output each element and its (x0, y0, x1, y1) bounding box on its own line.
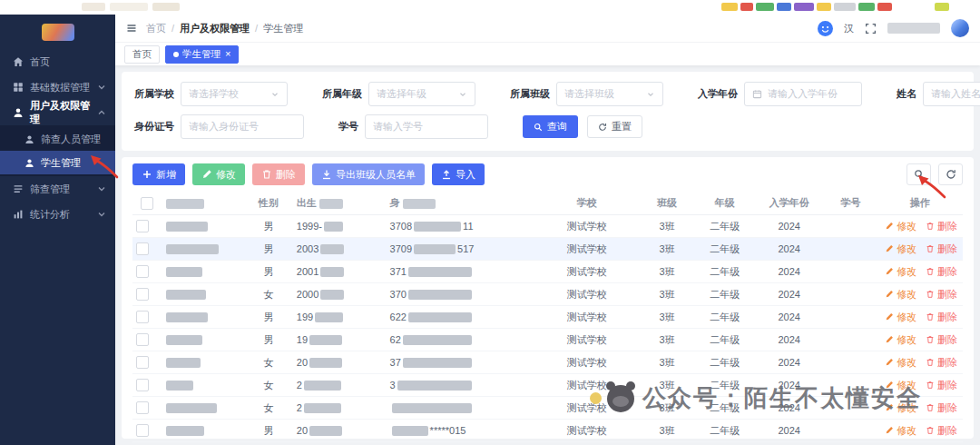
filter-select-所属年级[interactable]: 请选择年级 (368, 82, 475, 106)
edit-link[interactable]: 修改 (885, 401, 916, 415)
delete-link[interactable]: 删除 (926, 311, 957, 324)
row-checkbox[interactable] (136, 288, 149, 301)
sidebar-item-用户及权限管理[interactable]: 用户及权限管理 (0, 100, 115, 125)
header-入学年份: 入学年份 (754, 192, 825, 215)
edit-link[interactable]: 修改 (885, 356, 916, 370)
edit-link[interactable]: 修改 (885, 333, 916, 347)
select-all-checkbox[interactable] (141, 197, 153, 210)
row-checkbox[interactable] (136, 401, 149, 414)
table-row: 男1962测试学校3班二年级2024修改删除 (132, 329, 963, 351)
breadcrumb-item[interactable]: 用户及权限管理 (180, 22, 250, 35)
service-icon[interactable] (818, 21, 833, 36)
filter-select-所属学校[interactable]: 请选择学校 (181, 82, 288, 106)
year-cell: 2024 (754, 329, 825, 351)
avatar[interactable] (951, 19, 969, 37)
id-cell: *****015 (387, 420, 535, 442)
trash-icon (926, 426, 935, 435)
upload-icon (441, 169, 452, 180)
download-icon (321, 169, 332, 180)
birth-redaction (324, 222, 343, 232)
delete-link[interactable]: 删除 (926, 242, 957, 256)
translate-icon[interactable]: 汉 (844, 22, 854, 35)
collapse-sidebar-icon[interactable] (126, 23, 137, 34)
sidebar-item-筛查管理[interactable]: 筛查管理 (0, 176, 115, 202)
edit-icon (885, 335, 894, 344)
edit-link[interactable]: 修改 (885, 242, 916, 256)
row-checkbox[interactable] (136, 333, 149, 346)
sidebar-item-学生管理[interactable]: 学生管理 (0, 151, 115, 174)
toolbar-export-button[interactable]: 导出班级人员名单 (312, 163, 425, 185)
sidebar-item-基础数据管理[interactable]: 基础数据管理 (0, 74, 115, 100)
toolbar-add-button[interactable]: 新增 (132, 163, 185, 185)
delete-link[interactable]: 删除 (926, 288, 957, 302)
table-row: 女2037测试学校3班二年级2024修改删除 (132, 351, 963, 374)
row-checkbox[interactable] (136, 265, 149, 278)
toolbar-button-label: 删除 (276, 168, 296, 182)
year-cell: 2024 (754, 261, 825, 283)
row-checkbox[interactable] (136, 356, 149, 369)
delete-link[interactable]: 删除 (926, 333, 957, 347)
tab-label: 学生管理 (182, 48, 220, 61)
fullscreen-icon[interactable] (865, 23, 877, 35)
grade-cell: 二年级 (696, 215, 754, 238)
sidebar-item-首页[interactable]: 首页 (0, 49, 115, 74)
edit-link[interactable]: 修改 (885, 424, 916, 438)
delete-link[interactable]: 删除 (926, 401, 957, 415)
tab-首页[interactable]: 首页 (124, 45, 160, 64)
trash-icon (261, 169, 272, 180)
search-button[interactable]: 查询 (523, 115, 578, 138)
toolbar-import-button[interactable]: 导入 (432, 163, 485, 185)
row-checkbox[interactable] (136, 379, 149, 391)
id-redaction (414, 222, 461, 232)
chevron-down-icon (458, 90, 467, 99)
delete-link[interactable]: 删除 (926, 356, 957, 370)
header-redaction (403, 199, 436, 209)
sidebar-item-统计分析[interactable]: 统计分析 (0, 202, 115, 227)
edit-link[interactable]: 修改 (885, 311, 916, 324)
chevron-down-icon (96, 183, 107, 194)
delete-link[interactable]: 删除 (926, 379, 957, 392)
reset-button[interactable]: 重置 (587, 115, 642, 138)
table-search-button[interactable] (906, 163, 931, 185)
row-checkbox[interactable] (136, 242, 149, 255)
filter-input-身份证号[interactable]: 请输入身份证号 (181, 114, 304, 139)
row-checkbox[interactable] (136, 424, 149, 437)
class-cell: 3班 (638, 420, 696, 442)
row-checkbox[interactable] (136, 220, 149, 232)
row-checkbox[interactable] (136, 311, 149, 323)
toolbar-edit-button[interactable]: 修改 (192, 163, 245, 185)
close-icon[interactable]: × (225, 49, 230, 59)
list-icon (13, 183, 24, 194)
toolbar-delete-button[interactable]: 删除 (252, 163, 305, 185)
sidebar-item-筛查人员管理[interactable]: 筛查人员管理 (0, 127, 115, 151)
gender-cell: 女 (244, 397, 292, 420)
filter-input-入学年份[interactable]: 请输入入学年份 (744, 82, 862, 106)
filter-field-姓名: 姓名请输入姓名 (897, 82, 980, 106)
logo-image (42, 24, 74, 41)
birth-cell: 1999- (293, 215, 387, 238)
edit-link[interactable]: 修改 (885, 288, 916, 302)
sidebar-item-label: 基础数据管理 (30, 81, 90, 94)
edit-link[interactable]: 修改 (885, 265, 916, 279)
user-icon (13, 107, 24, 118)
breadcrumb-item[interactable]: 学生管理 (263, 22, 303, 35)
birth-cell: 2 (293, 397, 387, 420)
table-refresh-button[interactable] (938, 163, 963, 185)
name-redaction (166, 426, 204, 436)
redaction-block (721, 3, 738, 11)
breadcrumb: 首页/用户及权限管理/学生管理 (146, 22, 303, 35)
delete-link[interactable]: 删除 (926, 265, 957, 279)
id-cell: 3 (387, 374, 535, 397)
filter-select-所属班级[interactable]: 请选择班级 (556, 82, 663, 106)
birth-cell: 2003 (293, 238, 387, 261)
delete-link[interactable]: 删除 (926, 220, 957, 233)
tab-学生管理[interactable]: 学生管理× (165, 45, 239, 64)
delete-link[interactable]: 删除 (926, 424, 957, 438)
chevron-down-icon (96, 209, 107, 220)
breadcrumb-item[interactable]: 首页 (146, 22, 166, 35)
edit-link[interactable]: 修改 (885, 379, 916, 392)
toolbar-utilities (906, 163, 963, 185)
filter-input-学号[interactable]: 请输入学号 (365, 114, 488, 139)
filter-input-姓名[interactable]: 请输入姓名 (923, 82, 980, 106)
edit-link[interactable]: 修改 (885, 220, 916, 233)
